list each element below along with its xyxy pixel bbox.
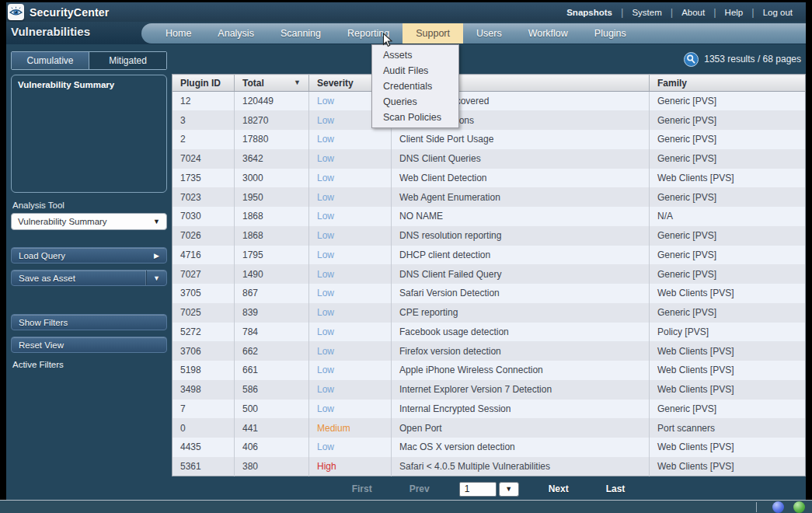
cell-plugin-id: 3705 (173, 284, 235, 303)
pagination-last[interactable]: Last (606, 483, 626, 494)
cell-total: 3000 (235, 169, 309, 188)
cell-name[interactable]: Safari Version Detection (392, 284, 650, 303)
table-row[interactable]: 0441MediumOpen PortPort scanners (173, 418, 806, 438)
cell-name[interactable]: Open Port (392, 418, 650, 438)
chevron-down-icon: ▼ (153, 218, 160, 225)
nav-workflow[interactable]: Workflow (515, 23, 581, 44)
cell-severity: Low (309, 207, 392, 226)
cell-name[interactable]: Firefox version detection (392, 341, 650, 361)
cell-name[interactable]: DNS Client Failed Query (392, 264, 650, 284)
menu-help[interactable]: Help (716, 8, 752, 17)
table-row[interactable]: 7500LowInternal Encrypted SessionGeneric… (173, 400, 806, 419)
cell-family: Generic [PVS] (650, 226, 806, 246)
cell-family: Generic [PVS] (650, 149, 806, 169)
green-orb-icon[interactable] (793, 501, 805, 513)
menu-logout[interactable]: Log out (754, 8, 801, 17)
menu-item-assets[interactable]: Assets (372, 47, 458, 63)
table-row[interactable]: 5272784LowFacebook usage detectionPolicy… (173, 323, 806, 342)
app-window: SecurityCenter Snapshots | System | Abou… (0, 0, 812, 513)
cell-name[interactable]: Web Client Detection (392, 169, 650, 188)
cell-name[interactable]: Safari < 4.0.5 Multiple Vulnerabilities (392, 457, 650, 476)
cell-name[interactable]: CPE reporting (392, 303, 650, 323)
table-row[interactable]: 70301868LowNO NAMEN/A (173, 207, 806, 226)
active-filters-label: Active Filters (12, 360, 167, 369)
mouse-cursor-icon (382, 33, 393, 47)
analysis-tool-label: Analysis Tool (12, 201, 167, 210)
column-header-total[interactable]: Total ▼ (235, 75, 309, 92)
page-title: Vulnerabilities (11, 25, 90, 38)
cell-plugin-id: 7030 (173, 207, 235, 226)
cell-name[interactable]: Mac OS X version detection (392, 438, 650, 457)
analysis-tool-select[interactable]: Vulnerability Summary ▼ (11, 213, 167, 230)
show-filters-button[interactable]: Show Filters (11, 314, 167, 330)
results-count: 1353 results / 68 pages (704, 54, 801, 65)
cell-family: Port scanners (650, 418, 806, 438)
table-row[interactable]: 5361380HighSafari < 4.0.5 Multiple Vulne… (173, 457, 806, 476)
cell-family: Web Clients [PVS] (650, 284, 806, 303)
page-select-button[interactable]: ▼ (499, 482, 519, 497)
menu-item-scan-policies[interactable]: Scan Policies (372, 110, 458, 125)
menu-item-credentials[interactable]: Credentials (372, 79, 458, 94)
table-row[interactable]: 70243642LowDNS Client QueriesGeneric [PV… (173, 149, 806, 169)
cell-name[interactable]: DNS Client Queries (392, 149, 650, 169)
table-row[interactable]: 70231950LowWeb Agent EnumerationGeneric … (173, 187, 806, 207)
cell-total: 3642 (235, 149, 309, 169)
cell-family: Generic [PVS] (650, 110, 806, 130)
table-row[interactable]: 217880LowClient Side Port UsageGeneric [… (173, 130, 806, 149)
save-as-asset-button[interactable]: Save as Asset ▼ (11, 270, 167, 286)
cell-plugin-id: 0 (173, 418, 235, 438)
menu-about[interactable]: About (673, 8, 713, 17)
menu-system[interactable]: System (623, 8, 670, 17)
cell-name[interactable]: DHCP client detection (392, 246, 650, 265)
nav-home[interactable]: Home (152, 23, 204, 44)
nav-scanning[interactable]: Scanning (267, 23, 334, 44)
load-query-button[interactable]: Load Query ▶ (11, 247, 167, 263)
cell-name[interactable]: Apple iPhone Wireless Connection (392, 361, 650, 380)
save-as-asset-dropdown[interactable]: ▼ (146, 270, 166, 285)
menu-item-audit-files[interactable]: Audit Files (372, 63, 458, 79)
nav-users[interactable]: Users (463, 23, 515, 44)
table-row[interactable]: 7025839LowCPE reportingGeneric [PVS] (173, 303, 806, 323)
table-row[interactable]: 3498586LowInternet Explorer Version 7 De… (173, 380, 806, 400)
cell-name[interactable]: Internet Explorer Version 7 Detection (392, 380, 650, 400)
table-row[interactable]: 70271490LowDNS Client Failed QueryGeneri… (173, 264, 806, 284)
nav-analysis[interactable]: Analysis (204, 23, 267, 44)
cell-name[interactable]: Internal Encrypted Session (392, 400, 650, 419)
page-number-input[interactable] (459, 482, 497, 497)
cell-plugin-id: 7023 (173, 187, 235, 207)
table-row[interactable]: 318270LowNetwork SessionsGeneric [PVS] (173, 110, 806, 130)
table-row[interactable]: 12120449LowNew Host DiscoveredGeneric [P… (173, 92, 806, 111)
table-row[interactable]: 47161795LowDHCP client detectionGeneric … (173, 246, 806, 265)
nav-plugins[interactable]: Plugins (581, 23, 639, 44)
column-header-total-label: Total (242, 78, 264, 89)
pagination-next[interactable]: Next (549, 483, 569, 494)
menu-snapshots[interactable]: Snapshots (558, 8, 621, 17)
cell-name[interactable]: Facebook usage detection (392, 323, 650, 342)
nav-support[interactable]: Support (403, 23, 463, 44)
cell-family: Generic [PVS] (650, 264, 806, 284)
reset-view-button[interactable]: Reset View (11, 337, 167, 353)
table-row[interactable]: 70261868LowDNS resolution reportingGener… (173, 226, 806, 246)
cell-name[interactable]: Client Side Port Usage (392, 130, 650, 149)
cell-severity: Low (309, 361, 392, 380)
cell-plugin-id: 3 (173, 110, 235, 130)
table-row[interactable]: 4435406LowMac OS X version detectionWeb … (173, 438, 806, 457)
blue-orb-icon[interactable] (772, 501, 784, 513)
tab-mitigated[interactable]: Mitigated (89, 52, 166, 69)
menu-item-queries[interactable]: Queries (372, 94, 458, 110)
table-row[interactable]: 5198661LowApple iPhone Wireless Connecti… (173, 361, 806, 380)
table-row[interactable]: 3705867LowSafari Version DetectionWeb Cl… (173, 284, 806, 303)
show-filters-label: Show Filters (19, 318, 68, 327)
cell-name[interactable]: NO NAME (392, 207, 650, 226)
table-row[interactable]: 3706662LowFirefox version detectionWeb C… (173, 341, 806, 361)
cell-name[interactable]: DNS resolution reporting (392, 226, 650, 246)
tab-cumulative[interactable]: Cumulative (12, 52, 89, 69)
column-header-family[interactable]: Family (650, 75, 806, 92)
magnifier-icon[interactable] (684, 52, 699, 67)
column-header-plugin-id[interactable]: Plugin ID (173, 75, 235, 92)
cell-family: Generic [PVS] (650, 187, 806, 207)
table-row[interactable]: 17353000LowWeb Client DetectionWeb Clien… (173, 169, 806, 188)
cell-family: Policy [PVS] (650, 323, 806, 342)
cell-name[interactable]: Web Agent Enumeration (392, 187, 650, 207)
cell-plugin-id: 7027 (173, 264, 235, 284)
